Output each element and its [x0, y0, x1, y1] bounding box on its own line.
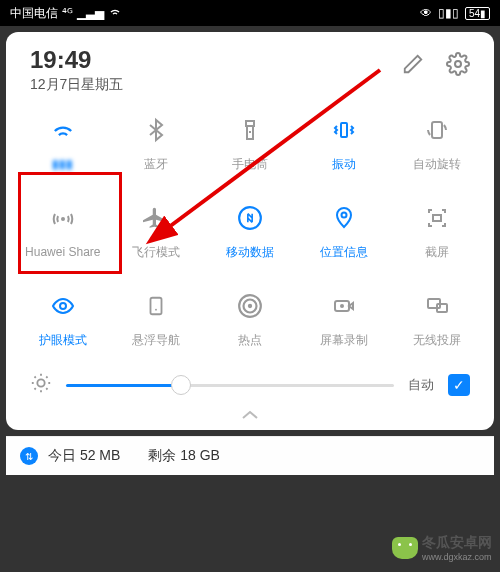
- svg-rect-1: [246, 121, 254, 126]
- status-right: 👁 ▯▮▯ 54▮: [420, 6, 490, 20]
- mobile-data-label: 移动数据: [226, 244, 274, 261]
- toggle-grid: ▮▮▮ 蓝牙 手电筒 振动 自动旋转: [16, 100, 484, 364]
- data-usage-bar[interactable]: ⇅ 今日 52 MB 剩余 18 GB: [6, 436, 494, 475]
- eye-status-icon: 👁: [420, 6, 432, 20]
- airplane-toggle[interactable]: 飞行模式: [110, 188, 204, 276]
- wireless-projection-toggle[interactable]: 无线投屏: [390, 276, 484, 364]
- floating-nav-icon: [142, 292, 170, 320]
- eye-comfort-toggle[interactable]: 护眼模式: [16, 276, 110, 364]
- svg-point-11: [248, 303, 252, 307]
- airplane-icon: [142, 204, 170, 232]
- data-today: 今日 52 MB: [48, 447, 120, 465]
- time-block[interactable]: 19:49 12月7日星期五: [30, 46, 402, 94]
- screenshot-icon: [423, 204, 451, 232]
- eye-icon: [49, 292, 77, 320]
- expand-chevron-icon[interactable]: [16, 404, 484, 424]
- flashlight-label: 手电筒: [232, 156, 268, 173]
- wifi-label: ▮▮▮: [52, 157, 73, 171]
- svg-point-15: [340, 304, 344, 308]
- edit-icon[interactable]: [402, 53, 424, 79]
- wireless-projection-label: 无线投屏: [413, 332, 461, 349]
- watermark-url: www.dgxkaz.com: [422, 552, 492, 562]
- huawei-share-label: Huawei Share: [25, 245, 100, 259]
- panel-header: 19:49 12月7日星期五: [16, 46, 484, 100]
- status-left: 中国电信 ⁴ᴳ ▁▃▅: [10, 5, 122, 22]
- autorotate-toggle[interactable]: 自动旋转: [390, 100, 484, 188]
- auto-brightness-label: 自动: [408, 376, 434, 394]
- vibrate-label: 振动: [332, 156, 356, 173]
- hotspot-toggle[interactable]: 热点: [203, 276, 297, 364]
- svg-rect-9: [151, 297, 162, 314]
- brightness-thumb[interactable]: [171, 375, 191, 395]
- battery-indicator: 54▮: [465, 7, 490, 20]
- screen-record-label: 屏幕录制: [320, 332, 368, 349]
- svg-point-8: [60, 303, 66, 309]
- mobile-data-icon: [236, 204, 264, 232]
- cast-icon: [423, 292, 451, 320]
- screenshot-label: 截屏: [425, 244, 449, 261]
- status-bar: 中国电信 ⁴ᴳ ▁▃▅ 👁 ▯▮▯ 54▮: [0, 0, 500, 26]
- wifi-icon: [49, 117, 77, 145]
- bluetooth-icon: [142, 116, 170, 144]
- settings-gear-icon[interactable]: [446, 52, 470, 80]
- svg-point-4: [61, 217, 65, 221]
- brightness-row: 自动 ✓: [16, 364, 484, 404]
- flashlight-toggle[interactable]: 手电筒: [203, 100, 297, 188]
- clock: 19:49: [30, 46, 402, 74]
- auto-brightness-checkbox[interactable]: ✓: [448, 374, 470, 396]
- screen-record-toggle[interactable]: 屏幕录制: [297, 276, 391, 364]
- bluetooth-label: 蓝牙: [144, 156, 168, 173]
- wifi-status-icon: [108, 5, 122, 22]
- location-icon: [330, 204, 358, 232]
- svg-rect-3: [432, 122, 442, 138]
- svg-point-0: [455, 61, 461, 67]
- wifi-toggle[interactable]: ▮▮▮: [16, 100, 110, 188]
- autorotate-label: 自动旋转: [413, 156, 461, 173]
- quick-settings-panel: 19:49 12月7日星期五 ▮▮▮ 蓝牙: [6, 32, 494, 430]
- hotspot-label: 热点: [238, 332, 262, 349]
- vibrate-status-icon: ▯▮▯: [438, 6, 459, 20]
- mobile-data-toggle[interactable]: 移动数据: [203, 188, 297, 276]
- svg-point-10: [155, 308, 157, 310]
- svg-rect-7: [433, 215, 441, 221]
- screen-record-icon: [330, 292, 358, 320]
- date: 12月7日星期五: [30, 76, 402, 94]
- android-robot-icon: [392, 537, 418, 559]
- flashlight-icon: [236, 116, 264, 144]
- autorotate-icon: [423, 116, 451, 144]
- screenshot-toggle[interactable]: 截屏: [390, 188, 484, 276]
- carrier-label: 中国电信: [10, 5, 58, 22]
- vibrate-toggle[interactable]: 振动: [297, 100, 391, 188]
- network-indicator: ⁴ᴳ: [62, 6, 73, 20]
- svg-point-18: [37, 379, 44, 386]
- mobile-data-dot-icon: ⇅: [20, 447, 38, 465]
- brightness-icon: [30, 372, 52, 398]
- signal-icon: ▁▃▅: [77, 6, 104, 20]
- huawei-share-toggle[interactable]: Huawei Share: [16, 188, 110, 276]
- floating-nav-toggle[interactable]: 悬浮导航: [110, 276, 204, 364]
- watermark-text: 冬瓜安卓网: [422, 534, 492, 552]
- location-toggle[interactable]: 位置信息: [297, 188, 391, 276]
- hotspot-icon: [236, 292, 264, 320]
- svg-point-5: [239, 207, 261, 229]
- vibrate-icon: [330, 116, 358, 144]
- location-label: 位置信息: [320, 244, 368, 261]
- airplane-label: 飞行模式: [132, 244, 180, 261]
- bluetooth-toggle[interactable]: 蓝牙: [110, 100, 204, 188]
- brightness-slider[interactable]: [66, 384, 394, 387]
- floating-nav-label: 悬浮导航: [132, 332, 180, 349]
- data-remaining: 剩余 18 GB: [148, 447, 220, 465]
- huawei-share-icon: [49, 205, 77, 233]
- svg-point-6: [341, 212, 346, 217]
- watermark: 冬瓜安卓网 www.dgxkaz.com: [392, 534, 492, 562]
- eye-comfort-label: 护眼模式: [39, 332, 87, 349]
- svg-rect-2: [341, 123, 347, 137]
